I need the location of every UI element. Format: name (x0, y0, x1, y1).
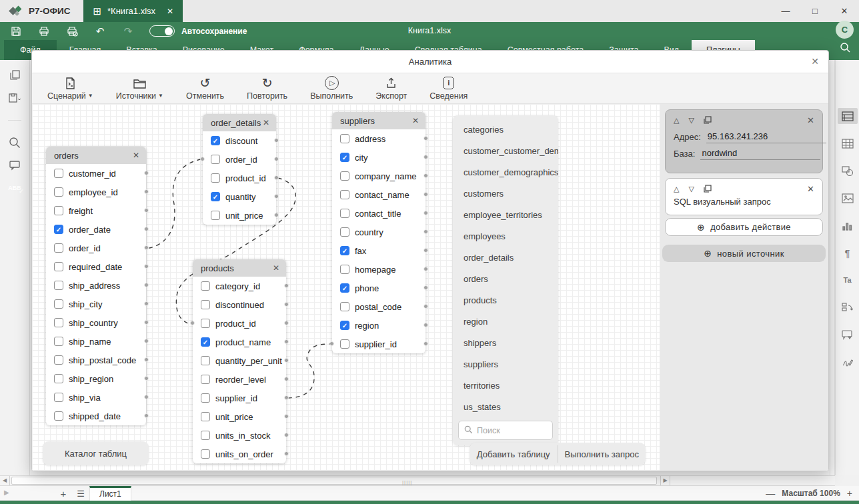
field-row-fax[interactable]: fax (332, 241, 425, 260)
slicer-icon[interactable] (838, 299, 858, 315)
address-input[interactable] (706, 130, 826, 143)
spellcheck-icon[interactable]: АБВ✓ (8, 181, 21, 195)
autosave-toggle[interactable] (149, 25, 175, 37)
save-button[interactable] (9, 25, 23, 38)
move-down-icon[interactable]: ▽ (688, 116, 694, 125)
field-row-phone[interactable]: phone (332, 279, 425, 297)
field-checkbox[interactable] (340, 265, 349, 274)
catalog-table-item[interactable]: orders (453, 269, 558, 290)
connector-port[interactable] (423, 304, 428, 309)
sheet-tab[interactable]: Лист1 (89, 486, 131, 501)
field-row-region[interactable]: region (332, 316, 425, 335)
field-checkbox[interactable] (54, 169, 63, 178)
connector-port[interactable] (423, 248, 428, 253)
connector-port[interactable] (423, 267, 428, 271)
chart-icon[interactable] (838, 217, 858, 233)
field-row-category_id[interactable]: category_id (193, 277, 286, 295)
field-row-supplier_id[interactable]: supplier_id (193, 389, 286, 407)
field-checkbox[interactable] (54, 206, 63, 215)
close-icon[interactable]: ✕ (167, 7, 173, 16)
dialog-toolbar-button[interactable]: ↺ Отменить (176, 73, 234, 103)
minimize-button[interactable]: — (771, 0, 800, 22)
field-row-ship_country[interactable]: ship_country (46, 313, 146, 332)
table-card-order_details[interactable]: order_details✕discountorder_idproduct_id… (203, 114, 276, 225)
field-row-ship_city[interactable]: ship_city (46, 295, 146, 313)
connector-port[interactable] (284, 451, 289, 456)
connector-port[interactable] (423, 285, 428, 290)
shape-icon[interactable] (838, 163, 858, 179)
sql-query-card[interactable]: △ ▽ ✕ SQL визуальный запрос (665, 178, 823, 215)
dialog-toolbar-button[interactable]: Сценарий▼ (37, 73, 103, 103)
dialog-toolbar-button[interactable]: i Сведения (419, 73, 478, 103)
catalog-table-item[interactable]: region (453, 311, 558, 333)
field-checkbox[interactable] (340, 134, 349, 143)
field-checkbox[interactable] (54, 243, 63, 253)
close-icon[interactable]: ✕ (807, 115, 814, 125)
field-row-ship_address[interactable]: ship_address (46, 276, 146, 295)
app-tab[interactable]: Р7-ОФИС (0, 0, 83, 22)
field-row-shipped_date[interactable]: shipped_date (46, 407, 146, 425)
catalog-table-item[interactable]: categories (453, 119, 558, 141)
field-row-ship_region[interactable]: ship_region (46, 369, 146, 388)
zoom-out-button[interactable]: — (766, 488, 775, 499)
connector-port[interactable] (274, 138, 279, 143)
catalog-table-item[interactable]: customer_demographics (453, 162, 558, 183)
connector-port[interactable] (144, 171, 149, 175)
duplicate-icon[interactable] (704, 116, 712, 125)
table-card-orders[interactable]: orders✕customer_idemployee_idfreightorde… (46, 147, 146, 425)
catalog-table-item[interactable]: customers (453, 183, 558, 205)
connector-port[interactable] (144, 339, 149, 343)
field-checkbox[interactable] (201, 412, 210, 421)
signature-icon[interactable] (838, 354, 858, 370)
maximize-button[interactable]: □ (800, 0, 830, 22)
divider[interactable] (8, 113, 21, 127)
field-row-product_id[interactable]: product_id (193, 314, 286, 333)
field-row-reorder_level[interactable]: reorder_level (193, 370, 286, 389)
connector-port[interactable] (284, 433, 289, 437)
field-checkbox[interactable] (54, 281, 63, 290)
connector-port[interactable] (423, 173, 428, 178)
field-row-product_name[interactable]: product_name (193, 333, 286, 351)
field-row-order_id[interactable]: order_id (46, 239, 146, 257)
connector-port[interactable] (284, 377, 289, 381)
field-row-order_date[interactable]: order_date (46, 220, 146, 239)
field-row-unit_price[interactable]: unit_price (203, 206, 276, 225)
connector-port[interactable] (144, 376, 149, 381)
connector-port[interactable] (274, 194, 279, 199)
table-card-header[interactable]: orders✕ (46, 147, 146, 164)
catalog-table-item[interactable]: territories (453, 375, 558, 397)
scroll-right-arrow[interactable]: ▶ (660, 476, 670, 485)
field-checkbox[interactable] (54, 225, 63, 234)
database-input[interactable] (700, 147, 820, 160)
field-checkbox[interactable] (340, 339, 349, 349)
field-checkbox[interactable] (201, 337, 210, 347)
field-row-contact_title[interactable]: contact_title (332, 204, 425, 223)
connector-port[interactable] (144, 227, 149, 231)
field-checkbox[interactable] (340, 171, 349, 181)
catalog-table-item[interactable]: suppliers (453, 354, 558, 375)
catalog-table-item[interactable]: products (453, 290, 558, 311)
field-checkbox[interactable] (201, 319, 210, 328)
new-source-button[interactable]: ⊕ новый источник (662, 245, 826, 262)
field-checkbox[interactable] (340, 321, 349, 330)
field-row-quantity_per_unit[interactable]: quantity_per_unit (193, 351, 286, 370)
field-checkbox[interactable] (340, 227, 349, 237)
table-card-header[interactable]: order_details✕ (203, 114, 276, 131)
connector-port[interactable] (200, 157, 205, 161)
table-card-header[interactable]: suppliers✕ (332, 112, 425, 129)
field-checkbox[interactable] (340, 153, 349, 162)
dialog-toolbar-button[interactable]: ▷ Выполнить (300, 73, 363, 103)
catalog-table-item[interactable]: employee_territories (453, 205, 558, 226)
field-row-customer_id[interactable]: customer_id (46, 164, 146, 183)
field-row-postal_code[interactable]: postal_code (332, 297, 425, 316)
field-checkbox[interactable] (54, 318, 63, 327)
move-up-icon[interactable]: △ (674, 116, 679, 125)
close-icon[interactable]: ✕ (273, 263, 279, 273)
paste-icon[interactable] (8, 91, 21, 104)
paragraph-icon[interactable]: ¶ (838, 245, 858, 261)
connector-port[interactable] (284, 358, 289, 363)
field-row-company_name[interactable]: company_name (332, 167, 425, 185)
connector-port[interactable] (423, 229, 428, 234)
close-button[interactable]: ✕ (830, 0, 859, 22)
text-art-icon[interactable]: Ta (838, 272, 858, 288)
